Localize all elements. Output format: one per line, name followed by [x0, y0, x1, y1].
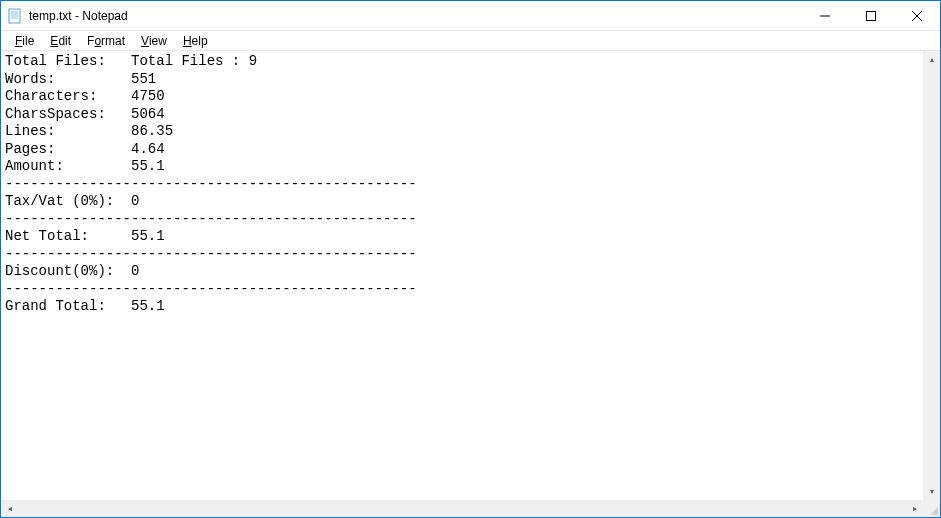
- text-editor[interactable]: Total Files: Total Files : 9 Words: 551 …: [1, 51, 940, 517]
- horizontal-scroll-track[interactable]: [18, 500, 906, 517]
- menu-help[interactable]: Help: [175, 32, 216, 50]
- vertical-scrollbar[interactable]: ▴ ▾: [923, 51, 940, 500]
- horizontal-scrollbar[interactable]: ◂ ▸: [1, 500, 923, 517]
- close-button[interactable]: [894, 1, 940, 30]
- resize-grip[interactable]: [923, 500, 940, 517]
- maximize-button[interactable]: [848, 1, 894, 30]
- window-controls: [802, 1, 940, 30]
- scroll-down-button[interactable]: ▾: [923, 483, 940, 500]
- minimize-button[interactable]: [802, 1, 848, 30]
- scroll-right-button[interactable]: ▸: [906, 500, 923, 517]
- window-title: temp.txt - Notepad: [29, 9, 802, 23]
- notepad-icon: [7, 8, 23, 24]
- title-bar: temp.txt - Notepad: [1, 1, 940, 31]
- menu-format[interactable]: Format: [79, 32, 133, 50]
- vertical-scroll-track[interactable]: [923, 68, 940, 483]
- menu-view[interactable]: View: [133, 32, 175, 50]
- scroll-up-button[interactable]: ▴: [923, 51, 940, 68]
- scroll-left-button[interactable]: ◂: [1, 500, 18, 517]
- editor-area: Total Files: Total Files : 9 Words: 551 …: [1, 51, 940, 517]
- menu-file[interactable]: File: [7, 32, 42, 50]
- menu-edit[interactable]: Edit: [42, 32, 79, 50]
- svg-rect-6: [867, 11, 876, 20]
- menu-bar: File Edit Format View Help: [1, 31, 940, 51]
